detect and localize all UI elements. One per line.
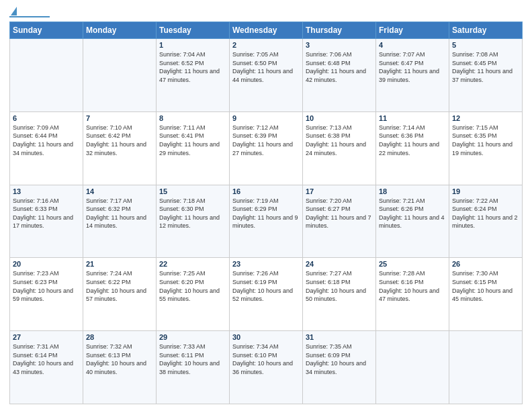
- calendar-day-cell: 19Sunrise: 7:22 AMSunset: 6:24 PMDayligh…: [449, 185, 523, 258]
- calendar-day-cell: 26Sunrise: 7:30 AMSunset: 6:15 PMDayligh…: [449, 258, 523, 331]
- day-number: 17: [306, 187, 373, 195]
- calendar-day-cell: 11Sunrise: 7:14 AMSunset: 6:36 PMDayligh…: [376, 111, 449, 185]
- day-number: 15: [159, 187, 226, 195]
- day-number: 10: [306, 114, 373, 122]
- calendar-day-cell: 29Sunrise: 7:33 AMSunset: 6:11 PMDayligh…: [157, 331, 230, 404]
- weekday-header: Monday: [83, 22, 157, 39]
- day-number: 11: [379, 114, 446, 122]
- calendar-day-cell: 7Sunrise: 7:10 AMSunset: 6:42 PMDaylight…: [83, 111, 157, 185]
- weekday-header: Wednesday: [230, 22, 303, 39]
- day-number: 5: [452, 41, 519, 49]
- day-detail: Sunrise: 7:20 AMSunset: 6:27 PMDaylight:…: [306, 197, 373, 230]
- calendar-day-cell: 20Sunrise: 7:23 AMSunset: 6:23 PMDayligh…: [10, 258, 83, 331]
- day-number: 22: [159, 260, 226, 268]
- day-number: 4: [379, 41, 446, 49]
- day-number: 6: [13, 114, 80, 122]
- day-number: 29: [159, 333, 226, 341]
- weekday-header: Sunday: [10, 22, 83, 39]
- day-detail: Sunrise: 7:12 AMSunset: 6:39 PMDaylight:…: [232, 124, 300, 157]
- calendar-day-cell: 22Sunrise: 7:25 AMSunset: 6:20 PMDayligh…: [157, 258, 230, 331]
- day-number: 21: [86, 260, 153, 268]
- day-number: 24: [306, 260, 373, 268]
- calendar-week-row: 6Sunrise: 7:09 AMSunset: 6:44 PMDaylight…: [10, 111, 523, 185]
- day-number: 2: [232, 41, 300, 49]
- day-detail: Sunrise: 7:34 AMSunset: 6:10 PMDaylight:…: [232, 342, 300, 376]
- day-detail: Sunrise: 7:13 AMSunset: 6:38 PMDaylight:…: [306, 124, 373, 157]
- day-number: 1: [159, 41, 226, 49]
- calendar-day-cell: [449, 331, 523, 404]
- calendar-day-cell: 27Sunrise: 7:31 AMSunset: 6:14 PMDayligh…: [10, 331, 83, 404]
- day-detail: Sunrise: 7:15 AMSunset: 6:35 PMDaylight:…: [452, 124, 519, 157]
- day-detail: Sunrise: 7:04 AMSunset: 6:52 PMDaylight:…: [159, 50, 226, 84]
- day-detail: Sunrise: 7:18 AMSunset: 6:30 PMDaylight:…: [159, 197, 226, 230]
- calendar-day-cell: 13Sunrise: 7:16 AMSunset: 6:33 PMDayligh…: [10, 185, 83, 258]
- day-detail: Sunrise: 7:22 AMSunset: 6:24 PMDaylight:…: [452, 197, 519, 230]
- day-detail: Sunrise: 7:25 AMSunset: 6:20 PMDaylight:…: [159, 269, 226, 303]
- calendar-day-cell: 15Sunrise: 7:18 AMSunset: 6:30 PMDayligh…: [157, 185, 230, 258]
- day-detail: Sunrise: 7:11 AMSunset: 6:41 PMDaylight:…: [159, 124, 226, 157]
- calendar-day-cell: 2Sunrise: 7:05 AMSunset: 6:50 PMDaylight…: [230, 39, 303, 112]
- calendar-day-cell: 28Sunrise: 7:32 AMSunset: 6:13 PMDayligh…: [83, 331, 157, 404]
- calendar-day-cell: 25Sunrise: 7:28 AMSunset: 6:16 PMDayligh…: [376, 258, 449, 331]
- day-detail: Sunrise: 7:27 AMSunset: 6:18 PMDaylight:…: [306, 269, 373, 303]
- calendar-week-row: 20Sunrise: 7:23 AMSunset: 6:23 PMDayligh…: [10, 258, 523, 331]
- day-number: 28: [86, 333, 153, 341]
- day-number: 7: [86, 114, 153, 122]
- day-number: 20: [13, 260, 80, 268]
- calendar-day-cell: 5Sunrise: 7:08 AMSunset: 6:45 PMDaylight…: [449, 39, 523, 112]
- day-detail: Sunrise: 7:26 AMSunset: 6:19 PMDaylight:…: [232, 269, 300, 303]
- day-number: 30: [232, 333, 300, 341]
- day-detail: Sunrise: 7:33 AMSunset: 6:11 PMDaylight:…: [159, 342, 226, 376]
- calendar-day-cell: 24Sunrise: 7:27 AMSunset: 6:18 PMDayligh…: [303, 258, 376, 331]
- day-detail: Sunrise: 7:28 AMSunset: 6:16 PMDaylight:…: [379, 269, 446, 303]
- calendar-week-row: 27Sunrise: 7:31 AMSunset: 6:14 PMDayligh…: [10, 331, 523, 404]
- calendar-day-cell: 3Sunrise: 7:06 AMSunset: 6:48 PMDaylight…: [303, 39, 376, 112]
- header: [9, 7, 523, 17]
- day-detail: Sunrise: 7:16 AMSunset: 6:33 PMDaylight:…: [13, 197, 80, 230]
- calendar-table: SundayMondayTuesdayWednesdayThursdayFrid…: [9, 21, 523, 404]
- calendar-day-cell: 30Sunrise: 7:34 AMSunset: 6:10 PMDayligh…: [230, 331, 303, 404]
- weekday-header: Thursday: [303, 22, 376, 39]
- calendar-day-cell: 23Sunrise: 7:26 AMSunset: 6:19 PMDayligh…: [230, 258, 303, 331]
- day-detail: Sunrise: 7:21 AMSunset: 6:26 PMDaylight:…: [379, 197, 446, 230]
- logo-triangle-icon: [11, 7, 17, 15]
- day-number: 3: [306, 41, 373, 49]
- calendar-day-cell: 9Sunrise: 7:12 AMSunset: 6:39 PMDaylight…: [230, 111, 303, 185]
- day-detail: Sunrise: 7:24 AMSunset: 6:22 PMDaylight:…: [86, 269, 153, 303]
- day-number: 14: [86, 187, 153, 195]
- logo-underline: [9, 16, 50, 17]
- day-number: 23: [232, 260, 300, 268]
- day-detail: Sunrise: 7:19 AMSunset: 6:29 PMDaylight:…: [232, 197, 300, 230]
- calendar-day-cell: 12Sunrise: 7:15 AMSunset: 6:35 PMDayligh…: [449, 111, 523, 185]
- day-detail: Sunrise: 7:09 AMSunset: 6:44 PMDaylight:…: [13, 124, 80, 157]
- calendar-day-cell: 4Sunrise: 7:07 AMSunset: 6:47 PMDaylight…: [376, 39, 449, 112]
- page: SundayMondayTuesdayWednesdayThursdayFrid…: [0, 0, 532, 411]
- day-detail: Sunrise: 7:06 AMSunset: 6:48 PMDaylight:…: [306, 50, 373, 84]
- day-detail: Sunrise: 7:35 AMSunset: 6:09 PMDaylight:…: [306, 342, 373, 376]
- day-number: 19: [452, 187, 519, 195]
- day-number: 25: [379, 260, 446, 268]
- day-number: 26: [452, 260, 519, 268]
- calendar-header-row: SundayMondayTuesdayWednesdayThursdayFrid…: [10, 22, 523, 39]
- day-detail: Sunrise: 7:10 AMSunset: 6:42 PMDaylight:…: [86, 124, 153, 157]
- calendar-day-cell: [83, 39, 157, 112]
- calendar-week-row: 1Sunrise: 7:04 AMSunset: 6:52 PMDaylight…: [10, 39, 523, 112]
- calendar-day-cell: 14Sunrise: 7:17 AMSunset: 6:32 PMDayligh…: [83, 185, 157, 258]
- calendar-day-cell: 21Sunrise: 7:24 AMSunset: 6:22 PMDayligh…: [83, 258, 157, 331]
- day-detail: Sunrise: 7:23 AMSunset: 6:23 PMDaylight:…: [13, 269, 80, 303]
- weekday-header: Saturday: [449, 22, 523, 39]
- calendar-day-cell: 31Sunrise: 7:35 AMSunset: 6:09 PMDayligh…: [303, 331, 376, 404]
- calendar-day-cell: 8Sunrise: 7:11 AMSunset: 6:41 PMDaylight…: [157, 111, 230, 185]
- calendar-day-cell: 17Sunrise: 7:20 AMSunset: 6:27 PMDayligh…: [303, 185, 376, 258]
- calendar-week-row: 13Sunrise: 7:16 AMSunset: 6:33 PMDayligh…: [10, 185, 523, 258]
- day-detail: Sunrise: 7:08 AMSunset: 6:45 PMDaylight:…: [452, 50, 519, 84]
- day-number: 27: [13, 333, 80, 341]
- calendar-day-cell: 6Sunrise: 7:09 AMSunset: 6:44 PMDaylight…: [10, 111, 83, 185]
- calendar-day-cell: [10, 39, 83, 112]
- day-detail: Sunrise: 7:14 AMSunset: 6:36 PMDaylight:…: [379, 124, 446, 157]
- calendar-day-cell: 1Sunrise: 7:04 AMSunset: 6:52 PMDaylight…: [157, 39, 230, 112]
- calendar-day-cell: 18Sunrise: 7:21 AMSunset: 6:26 PMDayligh…: [376, 185, 449, 258]
- day-number: 8: [159, 114, 226, 122]
- logo: [9, 7, 50, 17]
- day-number: 12: [452, 114, 519, 122]
